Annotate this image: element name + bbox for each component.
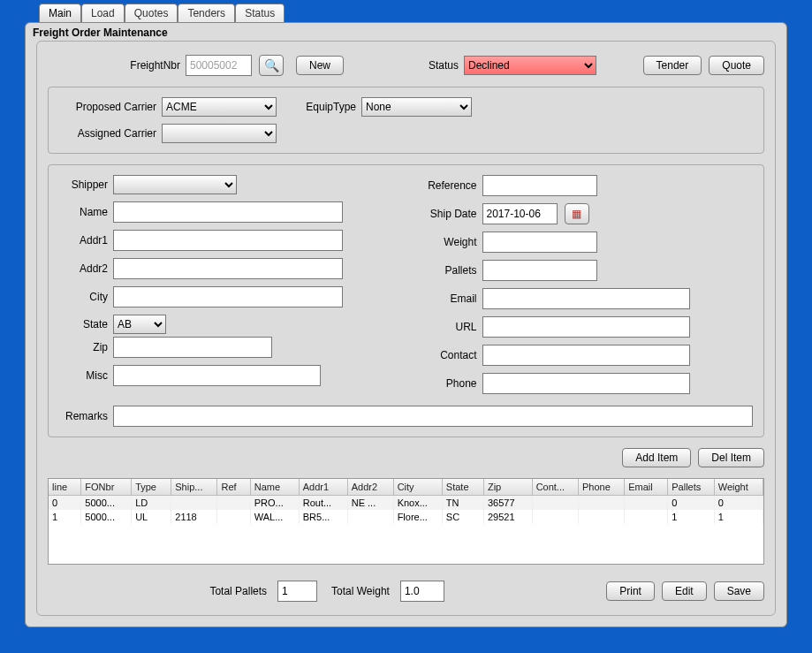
cell — [625, 510, 668, 524]
col-header[interactable]: FONbr — [81, 479, 132, 496]
name-label: Name — [59, 206, 113, 218]
freightnbr-input[interactable] — [186, 55, 252, 76]
cell: Flore... — [393, 510, 442, 524]
carrier-fieldset: Proposed Carrier ACME EquipType None Ass… — [48, 87, 764, 154]
email-label: Email — [415, 292, 482, 305]
edit-button[interactable]: Edit — [662, 581, 707, 601]
panel-title: Freight Order Maintenance — [26, 23, 786, 41]
assigned-carrier-label: Assigned Carrier — [59, 127, 162, 140]
col-header[interactable]: Type — [132, 479, 171, 496]
cell: Knox... — [393, 496, 442, 511]
cell — [532, 510, 578, 524]
phone-label: Phone — [415, 377, 482, 390]
cell — [217, 510, 250, 524]
url-label: URL — [415, 321, 482, 333]
col-header[interactable]: Pallets — [668, 479, 714, 496]
col-header[interactable]: City — [393, 479, 442, 496]
cell: 36577 — [483, 496, 532, 511]
col-header[interactable]: Zip — [483, 479, 532, 496]
tab-status[interactable]: Status — [235, 4, 285, 22]
total-pallets-input[interactable] — [277, 581, 317, 602]
add-item-button[interactable]: Add Item — [622, 448, 691, 467]
cell: 0 — [668, 496, 714, 511]
col-header[interactable]: Email — [625, 479, 668, 496]
email-input[interactable] — [482, 288, 690, 309]
cell: Rout... — [299, 496, 347, 511]
cell: 5000... — [81, 496, 132, 511]
total-weight-input[interactable] — [400, 581, 444, 602]
shipper-right-col: Reference Ship Date ▦ Weight — [415, 172, 754, 397]
cell: TN — [442, 496, 483, 511]
assigned-carrier-select[interactable] — [162, 124, 277, 143]
cell — [217, 496, 250, 511]
cell — [578, 496, 624, 511]
url-input[interactable] — [482, 316, 690, 338]
tab-main[interactable]: Main — [39, 4, 81, 22]
misc-input[interactable] — [113, 365, 321, 386]
quote-button[interactable]: Quote — [709, 56, 764, 75]
cell: 0 — [49, 496, 81, 511]
contact-input[interactable] — [482, 345, 690, 366]
col-header[interactable]: Weight — [714, 479, 763, 496]
col-header[interactable]: line — [49, 479, 81, 496]
item-buttons: Add Item Del Item — [48, 448, 764, 467]
cell: BR5... — [299, 510, 347, 524]
items-grid[interactable]: lineFONbrTypeShip...RefNameAddr1Addr2Cit… — [48, 478, 764, 565]
search-icon: 🔍 — [264, 58, 279, 72]
cell — [171, 496, 217, 511]
col-header[interactable]: Addr1 — [299, 479, 347, 496]
tender-button[interactable]: Tender — [643, 56, 702, 75]
cell: 1 — [49, 510, 81, 524]
addr2-input[interactable] — [113, 258, 343, 279]
save-button[interactable]: Save — [714, 581, 764, 601]
cell: LD — [132, 496, 171, 511]
col-header[interactable]: Name — [250, 479, 299, 496]
col-header[interactable]: Ship... — [171, 479, 217, 496]
addr1-label: Addr1 — [59, 234, 113, 247]
table-row[interactable]: 15000...UL2118WAL...BR5...Flore...SC2952… — [49, 510, 763, 524]
new-button[interactable]: New — [296, 56, 344, 75]
city-input[interactable] — [113, 286, 343, 308]
cell — [532, 496, 578, 511]
col-header[interactable]: Cont... — [532, 479, 578, 496]
tab-tenders[interactable]: Tenders — [178, 4, 235, 22]
state-select[interactable]: AB — [113, 315, 166, 334]
zip-input[interactable] — [113, 337, 272, 358]
shipdate-input[interactable] — [482, 203, 558, 224]
top-row: FreightNbr 🔍 New Status Declined Tender … — [48, 55, 764, 76]
pallets-label: Pallets — [415, 264, 482, 277]
pallets-input[interactable] — [482, 260, 597, 281]
table-row[interactable]: 05000...LDPRO...Rout...NE ...Knox...TN36… — [49, 496, 763, 511]
col-header[interactable]: State — [442, 479, 483, 496]
shipper-select[interactable] — [113, 175, 237, 194]
cell — [578, 510, 624, 524]
cell: 0 — [714, 496, 763, 511]
cell: NE ... — [347, 496, 393, 511]
col-header[interactable]: Ref — [217, 479, 250, 496]
contact-label: Contact — [415, 349, 482, 361]
status-select[interactable]: Declined — [464, 56, 596, 75]
weight-input[interactable] — [482, 232, 597, 253]
tab-load[interactable]: Load — [81, 4, 125, 22]
name-input[interactable] — [113, 201, 343, 223]
del-item-button[interactable]: Del Item — [698, 448, 764, 467]
col-header[interactable]: Addr2 — [347, 479, 393, 496]
reference-input[interactable] — [482, 175, 597, 196]
remarks-input[interactable] — [113, 406, 753, 427]
footer-row: Total Pallets Total Weight Print Edit Sa… — [48, 581, 764, 602]
calendar-icon: ▦ — [572, 208, 581, 220]
total-weight-label: Total Weight — [331, 585, 395, 597]
tab-quotes[interactable]: Quotes — [125, 4, 178, 22]
phone-input[interactable] — [482, 373, 690, 394]
proposed-carrier-select[interactable]: ACME — [162, 97, 277, 117]
lookup-button[interactable]: 🔍 — [259, 55, 284, 76]
state-label: State — [59, 318, 113, 330]
shipper-left-col: Shipper Name Addr1 Addr2 — [59, 172, 398, 397]
print-button[interactable]: Print — [606, 581, 655, 601]
calendar-button[interactable]: ▦ — [565, 203, 589, 224]
cell: SC — [442, 510, 483, 524]
col-header[interactable]: Phone — [578, 479, 624, 496]
equiptype-select[interactable]: None — [361, 97, 472, 117]
inner-panel: FreightNbr 🔍 New Status Declined Tender … — [36, 41, 776, 616]
addr1-input[interactable] — [113, 230, 343, 251]
